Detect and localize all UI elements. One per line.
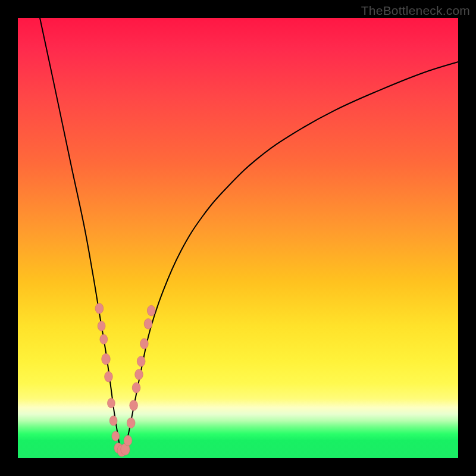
marker-dot <box>140 339 149 349</box>
marker-dot <box>137 356 145 367</box>
marker-dot <box>130 400 138 411</box>
marker-dot <box>144 319 152 330</box>
marker-dot <box>127 418 135 428</box>
marker-dot <box>124 436 132 446</box>
marker-group <box>95 303 155 457</box>
chart-svg <box>18 18 458 458</box>
plot-area <box>18 18 458 458</box>
marker-dot <box>112 431 120 441</box>
marker-dot <box>102 353 111 365</box>
marker-dot <box>95 303 104 314</box>
marker-dot <box>132 383 140 393</box>
watermark-label: TheBottleneck.com <box>361 4 470 18</box>
marker-dot <box>98 321 105 331</box>
marker-dot <box>147 305 155 316</box>
marker-dot <box>107 398 115 408</box>
marker-dot <box>109 416 117 425</box>
marker-dot <box>135 369 143 380</box>
marker-dot <box>100 334 108 344</box>
marker-dot <box>105 371 113 382</box>
outer-frame: TheBottleneck.com <box>0 0 476 476</box>
bottleneck-curve <box>40 18 458 453</box>
